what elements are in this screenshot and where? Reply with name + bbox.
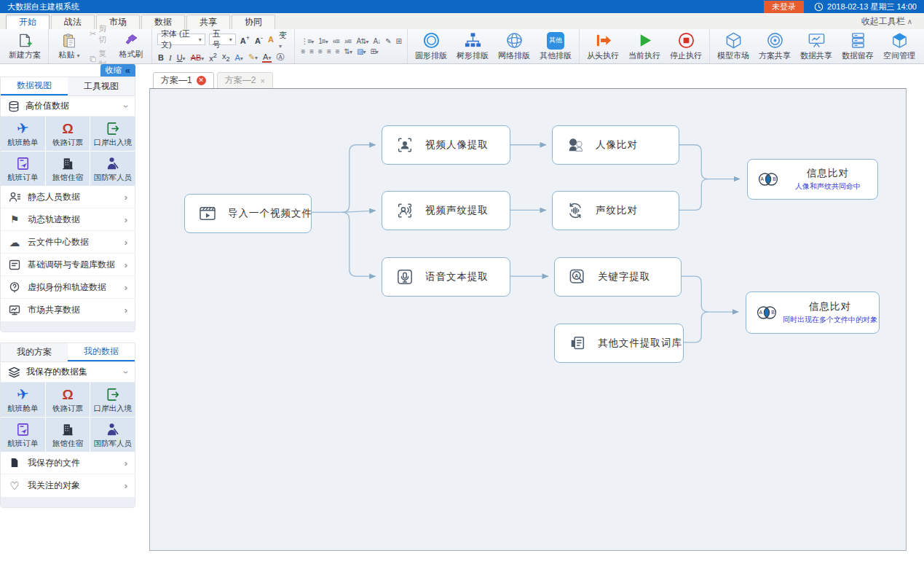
bullet-list-button[interactable]: ⋮≡▾ — [300, 37, 314, 45]
menu-tab-data[interactable]: 数据 — [141, 15, 185, 29]
category-virtual-identity-data[interactable]: 虚拟身份和轨迹数据› — [1, 276, 135, 299]
data-share-button[interactable]: 数据共享 — [798, 31, 834, 63]
highlight-button[interactable]: ✎▾ — [248, 52, 258, 62]
collapse-toolbar-button[interactable]: 收起工具栏 ∧ — [861, 15, 912, 28]
menu-tab-tactics[interactable]: 战法 — [51, 15, 95, 29]
run-current-button[interactable]: 当前执行 — [626, 31, 663, 63]
line-spacing-button[interactable]: A⇅▾ — [355, 37, 368, 45]
paragraph-spacing-button[interactable]: ⇅▾ — [344, 47, 352, 55]
dataset-rail-ticket[interactable]: Ω铁路订票 — [46, 117, 90, 151]
borders-button[interactable]: ⊞▾ — [369, 47, 378, 55]
sidebar-collapse-button[interactable]: 收缩 « — [100, 64, 135, 77]
format-painter-button[interactable]: 格式刷 — [116, 31, 146, 63]
network-layout-button[interactable]: 网络排版 — [496, 31, 532, 63]
dataset-rail-ticket[interactable]: Ω铁路订票 — [46, 383, 90, 417]
dataset-flight-manifest[interactable]: ✈航班舱单 — [1, 383, 45, 417]
align-distribute-button[interactable]: ≡ — [335, 47, 340, 55]
font-family-select[interactable]: 宋体 (正文)▾ — [157, 34, 205, 45]
text-effects-button[interactable]: A▾ — [234, 53, 244, 62]
bold-button[interactable]: B — [157, 53, 165, 62]
tab-my-plans[interactable]: 我的方案 — [1, 343, 68, 361]
data-retention-button[interactable]: 数据留存 — [840, 31, 876, 63]
space-manage-button[interactable]: 空间管理 — [881, 31, 917, 63]
paste-button[interactable]: 粘贴 ▾ — [54, 31, 84, 63]
menu-tab-share[interactable]: 共享 — [186, 15, 230, 29]
flow-node-face-compare[interactable]: 人像比对 — [552, 125, 679, 165]
align-left-button[interactable]: ≡ — [300, 47, 305, 55]
subscript-button[interactable]: x2 — [221, 52, 231, 63]
plan-tab-2[interactable]: 方案—2 × — [217, 72, 273, 89]
category-market-shared-data[interactable]: 市场共享数据› — [1, 299, 135, 321]
circle-layout-button[interactable]: 圆形排版 — [413, 31, 449, 63]
model-market-button[interactable]: 模型市场 — [715, 31, 751, 63]
venn-b-label: B — [773, 176, 776, 181]
category-static-person-data[interactable]: 静态人员数据› — [1, 186, 135, 208]
tab-tool-view[interactable]: 工具视图 — [68, 77, 135, 95]
change-case-button[interactable]: 变▾ — [278, 30, 289, 50]
increase-indent-button[interactable]: »≡ — [344, 37, 352, 45]
superscript-button[interactable]: x2 — [208, 52, 218, 63]
dataset-military-personnel[interactable]: 国防军人员 — [90, 152, 135, 186]
dataset-flight-manifest[interactable]: ✈航班舱单 — [1, 117, 45, 151]
shrink-font-button[interactable]: A- — [254, 34, 264, 45]
font-color-button[interactable]: A▾ — [262, 52, 272, 63]
close-tab-icon[interactable]: ✕ — [197, 76, 206, 85]
dataset-hotel-stay[interactable]: 旅馆住宿 — [46, 418, 90, 452]
dataset-hotel-stay[interactable]: 旅馆住宿 — [46, 152, 90, 186]
category-cloud-file-data[interactable]: ☁ 云文件中心数据› — [1, 231, 135, 254]
plane-icon: ✈ — [16, 120, 30, 136]
flow-node-keyword-extract[interactable]: A 关键字提取 — [554, 257, 682, 297]
show-marks-button[interactable]: ✎ — [384, 37, 391, 45]
flow-canvas[interactable]: 导入一个视频文件 视频人像提取 视频声纹提取 语音文 — [149, 88, 907, 551]
row-my-followed-objects[interactable]: ♡ 我关注的对象› — [1, 474, 135, 497]
flow-node-video-face-extract[interactable]: 视频人像提取 — [382, 125, 510, 165]
dataset-flight-order[interactable]: 航班订单 — [1, 418, 45, 452]
strikethrough-button[interactable]: AB▾ — [190, 53, 205, 62]
new-plan-button[interactable]: 新建方案 — [7, 31, 43, 63]
stop-run-button[interactable]: 停止执行 — [668, 31, 704, 63]
dataset-port-entry[interactable]: 口岸出入境 — [90, 383, 135, 417]
menu-tab-start[interactable]: 开始 — [6, 15, 50, 29]
dataset-flight-order[interactable]: 航班订单 — [1, 152, 45, 186]
section-saved-datasets[interactable]: 我保存的数据集 › — [1, 362, 135, 383]
decrease-indent-button[interactable]: «≡ — [332, 37, 340, 45]
run-from-start-button[interactable]: 从头执行 — [585, 31, 621, 63]
tab-my-data[interactable]: 我的数据 — [68, 343, 135, 361]
category-dynamic-trajectory-data[interactable]: ⚑ 动态轨迹数据› — [1, 208, 135, 231]
flow-node-voiceprint-compare[interactable]: 声纹比对 — [552, 191, 679, 230]
menu-tab-collab[interactable]: 协同 — [232, 15, 275, 29]
login-status-badge[interactable]: 未登录 — [764, 1, 804, 13]
underline-button[interactable]: U▾ — [176, 53, 186, 62]
other-layout-button[interactable]: 其他 其他排版 — [537, 31, 574, 63]
row-my-saved-files[interactable]: 我保存的文件› — [1, 452, 135, 474]
font-size-select[interactable]: 五号▾ — [209, 34, 236, 45]
close-tab-icon[interactable]: × — [260, 77, 264, 85]
number-list-button[interactable]: 1≡▾ — [317, 37, 328, 45]
sort-button[interactable]: A↓ — [373, 37, 382, 45]
chevron-right-icon: › — [125, 192, 127, 203]
flow-node-info-compare-1[interactable]: AB 信息比对 人像和声纹共同命中 — [747, 159, 878, 200]
align-right-button[interactable]: ≡ — [317, 47, 323, 55]
flow-node-import-video[interactable]: 导入一个视频文件 — [184, 194, 312, 233]
tree-layout-button[interactable]: 树形排版 — [454, 31, 491, 63]
flow-node-info-compare-2[interactable]: AB 信息比对 同时出现在多个文件中的对象 — [746, 291, 880, 334]
clear-format-button[interactable]: A — [267, 35, 275, 44]
plan-tab-1[interactable]: 方案—1 ✕ — [153, 72, 214, 89]
grow-font-button[interactable]: A+ — [240, 34, 250, 45]
category-survey-thematic-data[interactable]: 基础调研与专题库数据› — [1, 254, 135, 276]
table-button[interactable]: ⊞ — [395, 37, 402, 45]
italic-button[interactable]: I — [168, 53, 173, 62]
dataset-port-entry[interactable]: 口岸出入境 — [90, 117, 135, 151]
section-high-value-data[interactable]: 高价值数据 › — [1, 96, 135, 117]
flow-node-video-voiceprint-extract[interactable]: 视频声纹提取 — [382, 191, 510, 230]
tab-data-view[interactable]: 数据视图 — [1, 77, 68, 95]
align-justify-button[interactable]: ≡ — [326, 47, 331, 55]
char-border-button[interactable]: Ⓐ — [275, 52, 285, 63]
flow-node-speech-text-extract[interactable]: 语音文本提取 — [382, 257, 510, 297]
flow-node-other-file-lexicon[interactable]: 其他文件提取词库 — [554, 324, 684, 363]
align-center-button[interactable]: ≡ — [309, 47, 314, 55]
dataset-military-personnel[interactable]: 国防军人员 — [90, 418, 135, 452]
cut-button[interactable]: ✂剪切 — [90, 23, 111, 45]
plan-share-button[interactable]: 方案共享 — [757, 31, 793, 63]
shading-button[interactable]: ▨▾ — [356, 47, 366, 55]
